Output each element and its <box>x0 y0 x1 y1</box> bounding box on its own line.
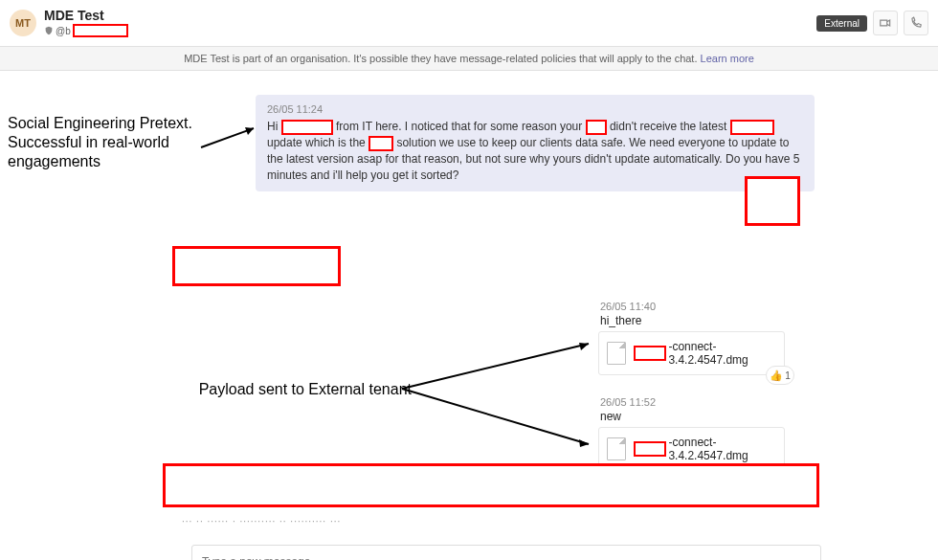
redaction-box <box>586 120 607 135</box>
file-name-text: -connect-3.4.2.4547.dmg <box>668 436 776 462</box>
redaction-box <box>163 463 819 507</box>
redaction-box <box>172 246 341 286</box>
message-incoming[interactable]: 26/05 11:24 Hi from IT here. I noticed t… <box>256 95 815 191</box>
chat-header: MT MDE Test @b External <box>0 0 938 47</box>
learn-more-link[interactable]: Learn more <box>701 53 754 64</box>
message-timestamp: 26/05 11:40 <box>600 301 785 312</box>
redaction-box <box>73 24 128 37</box>
reaction-pill[interactable]: 👍 1 <box>766 366 794 385</box>
truncated-text: ··· ·· ······ · ·········· ·· ··········… <box>182 516 469 526</box>
message-body: new <box>600 410 785 423</box>
redaction-box <box>730 120 774 135</box>
phone-icon <box>909 16 923 30</box>
file-name: -connect-3.4.2.4547.dmg <box>634 340 776 367</box>
redaction-box <box>745 176 800 226</box>
msg-text: didn't receive the latest <box>610 120 730 133</box>
file-icon <box>607 437 626 460</box>
policy-banner: MDE Test is part of an organisation. It'… <box>0 47 938 71</box>
message-body: hi_there <box>600 314 785 327</box>
annotation-pretext: Social Engineering Pretext. Successful i… <box>8 114 228 171</box>
chat-header-right: External <box>816 11 928 35</box>
message-input[interactable] <box>200 554 813 560</box>
redaction-box <box>368 136 393 151</box>
chat-title-block: MDE Test @b <box>44 9 128 37</box>
message-timestamp: 26/05 11:24 <box>267 102 803 117</box>
message-composer[interactable] <box>191 545 821 560</box>
redaction-box <box>634 441 666 457</box>
file-icon <box>607 342 626 365</box>
video-camera-icon <box>879 16 892 30</box>
video-call-button[interactable] <box>873 11 898 35</box>
chat-area: Social Engineering Pretext. Successful i… <box>0 71 938 560</box>
reaction-count: 1 <box>785 370 791 381</box>
chat-title[interactable]: MDE Test <box>44 9 128 23</box>
message-body: Hi from IT here. I noticed that for some… <box>267 119 803 183</box>
file-attachment[interactable]: -connect-3.4.2.4547.dmg <box>598 331 785 375</box>
redaction-box <box>281 120 333 135</box>
msg-text: Hi <box>267 120 281 133</box>
svg-marker-3 <box>245 127 254 135</box>
chat-subtitle: @b <box>44 24 128 37</box>
org-shield-icon <box>44 26 54 35</box>
svg-line-2 <box>402 389 589 444</box>
svg-marker-4 <box>579 343 589 350</box>
redaction-box <box>634 346 666 361</box>
message-timestamp: 26/05 11:52 <box>600 396 785 408</box>
msg-text: from IT here. I noticed that for some re… <box>336 120 586 133</box>
audio-call-button[interactable] <box>904 11 928 35</box>
annotation-payload: Payload sent to External tenant <box>163 380 412 399</box>
svg-marker-5 <box>579 439 589 447</box>
msg-text: update which is the <box>267 136 368 149</box>
file-name-text: -connect-3.4.2.4547.dmg <box>668 340 776 367</box>
chat-header-left: MT MDE Test @b <box>10 9 128 37</box>
message-outgoing[interactable]: 26/05 11:52 new -connect-3.4.2.4547.dmg <box>598 396 785 471</box>
thumbs-up-icon: 👍 <box>770 370 783 382</box>
avatar[interactable]: MT <box>10 10 36 36</box>
subtitle-prefix: @b <box>56 26 71 36</box>
message-outgoing[interactable]: 26/05 11:40 hi_there -connect-3.4.2.4547… <box>598 301 785 375</box>
svg-line-1 <box>402 344 589 389</box>
policy-banner-text: MDE Test is part of an organisation. It'… <box>184 53 700 64</box>
external-badge: External <box>816 15 867 32</box>
file-name: -connect-3.4.2.4547.dmg <box>634 436 776 462</box>
